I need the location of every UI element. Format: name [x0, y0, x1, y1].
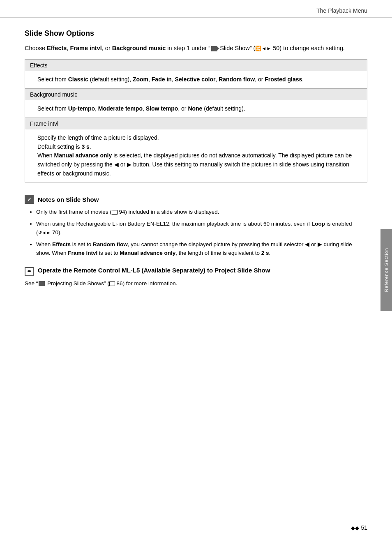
list-item: When using the Rechargeable Li-ion Batte…: [36, 220, 367, 237]
list-item: Only the first frame of movies ( 94) inc…: [36, 208, 367, 217]
remote-content: See “ Projecting Slide Shows” ( 86) for …: [25, 279, 367, 288]
remote-icon: ✏: [25, 267, 34, 276]
page-footer: ◆◆ 51: [351, 524, 367, 531]
main-content: Slide Show Options Choose Effects, Frame…: [0, 18, 392, 296]
table-row-bgmusic: Background music Select from Up-tempo, M…: [25, 89, 367, 118]
notes-header: ✓ Notes on Slide Show: [25, 195, 367, 204]
side-tab: Reference Section: [380, 229, 392, 311]
table-row-effects: Effects Select from Classic (default set…: [25, 60, 367, 89]
intro-paragraph: Choose Effects, Frame intvl, or Backgrou…: [25, 44, 367, 53]
footer-page-number: ◆◆ 51: [351, 524, 367, 531]
table-row-frameintvl: Frame intvl Specify the length of time a…: [25, 118, 367, 182]
notes-section: ✓ Notes on Slide Show Only the first fra…: [25, 195, 367, 258]
page-symbol: ◆◆: [351, 525, 359, 531]
remote-header: ✏ Operate the Remote Control ML-L5 (Avai…: [25, 267, 367, 276]
section-title: Slide Show Options: [25, 29, 367, 38]
side-tab-label: Reference Section: [384, 248, 389, 292]
page-number: 51: [361, 524, 367, 531]
page-container: The Playback Menu Slide Show Options Cho…: [0, 0, 392, 540]
effects-content: Select from Classic (default setting), Z…: [25, 71, 367, 88]
notes-title: Notes on Slide Show: [38, 196, 99, 203]
bgmusic-content: Select from Up-tempo, Moderate tempo, Sl…: [25, 100, 367, 118]
page-header: The Playback Menu: [0, 0, 392, 18]
remote-title: Operate the Remote Control ML-L5 (Availa…: [38, 267, 270, 274]
remote-section: ✏ Operate the Remote Control ML-L5 (Avai…: [25, 267, 367, 288]
notes-icon: ✓: [25, 195, 34, 204]
effects-header: Effects: [25, 60, 367, 71]
notes-list: Only the first frame of movies ( 94) inc…: [25, 208, 367, 258]
options-table: Effects Select from Classic (default set…: [25, 59, 367, 182]
list-item: When Effects is set to Random flow, you …: [36, 240, 367, 258]
bgmusic-header: Background music: [25, 89, 367, 100]
frameintvl-header: Frame intvl: [25, 118, 367, 129]
header-title: The Playback Menu: [316, 7, 367, 14]
frameintvl-content: Specify the length of time a picture is …: [25, 129, 367, 182]
